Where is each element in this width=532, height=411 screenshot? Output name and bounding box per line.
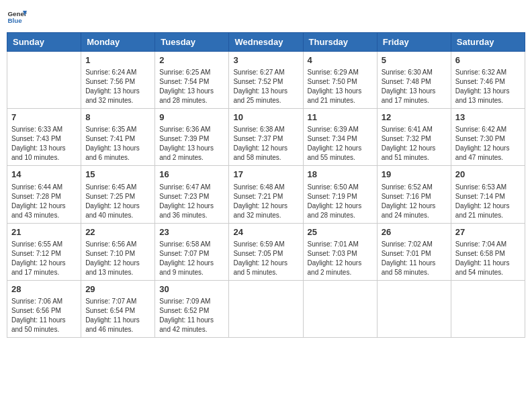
day-number: 8 (85, 111, 150, 124)
calendar-cell: 20Sunrise: 6:53 AM Sunset: 7:14 PM Dayli… (451, 166, 525, 223)
day-info: Sunrise: 6:33 AM Sunset: 7:43 PM Dayligh… (11, 125, 77, 163)
day-number: 12 (382, 111, 447, 124)
calendar-week-row: 21Sunrise: 6:55 AM Sunset: 7:12 PM Dayli… (7, 223, 525, 280)
calendar-cell: 22Sunrise: 6:56 AM Sunset: 7:10 PM Dayli… (81, 223, 155, 280)
day-info: Sunrise: 6:27 AM Sunset: 7:52 PM Dayligh… (233, 68, 298, 105)
day-info: Sunrise: 6:32 AM Sunset: 7:46 PM Dayligh… (455, 68, 521, 105)
calendar-week-row: 14Sunrise: 6:44 AM Sunset: 7:28 PM Dayli… (7, 166, 525, 223)
day-number: 7 (11, 111, 77, 124)
calendar-cell: 29Sunrise: 7:07 AM Sunset: 6:54 PM Dayli… (81, 280, 155, 337)
day-info: Sunrise: 6:44 AM Sunset: 7:28 PM Dayligh… (11, 183, 77, 220)
calendar-cell: 26Sunrise: 7:02 AM Sunset: 7:01 PM Dayli… (377, 223, 451, 280)
calendar-cell: 7Sunrise: 6:33 AM Sunset: 7:43 PM Daylig… (7, 109, 81, 166)
day-number: 6 (455, 54, 521, 66)
calendar-cell: 9Sunrise: 6:36 AM Sunset: 7:39 PM Daylig… (155, 109, 229, 166)
calendar-cell: 3Sunrise: 6:27 AM Sunset: 7:52 PM Daylig… (229, 52, 303, 109)
day-number: 2 (159, 54, 224, 66)
calendar-cell: 24Sunrise: 6:59 AM Sunset: 7:05 PM Dayli… (229, 223, 303, 280)
day-info: Sunrise: 7:07 AM Sunset: 6:54 PM Dayligh… (85, 297, 150, 334)
day-number: 4 (308, 54, 373, 66)
day-number: 23 (159, 226, 224, 238)
calendar-cell: 4Sunrise: 6:29 AM Sunset: 7:50 PM Daylig… (303, 52, 377, 109)
day-info: Sunrise: 7:02 AM Sunset: 7:01 PM Dayligh… (382, 240, 447, 277)
day-number: 19 (382, 169, 447, 181)
day-info: Sunrise: 6:42 AM Sunset: 7:30 PM Dayligh… (455, 125, 521, 163)
calendar-cell: 8Sunrise: 6:35 AM Sunset: 7:41 PM Daylig… (81, 109, 155, 166)
day-info: Sunrise: 6:25 AM Sunset: 7:54 PM Dayligh… (159, 68, 224, 105)
calendar-cell: 25Sunrise: 7:01 AM Sunset: 7:03 PM Dayli… (303, 223, 377, 280)
weekday-header-saturday: Saturday (451, 33, 525, 52)
day-number: 20 (455, 169, 521, 181)
weekday-header-sunday: Sunday (7, 33, 81, 52)
day-info: Sunrise: 7:06 AM Sunset: 6:56 PM Dayligh… (11, 297, 77, 334)
calendar-cell: 18Sunrise: 6:50 AM Sunset: 7:19 PM Dayli… (303, 166, 377, 223)
day-number: 13 (455, 111, 521, 124)
weekday-header-friday: Friday (377, 33, 451, 52)
day-info: Sunrise: 6:56 AM Sunset: 7:10 PM Dayligh… (85, 240, 150, 277)
day-number: 27 (455, 226, 521, 238)
calendar-cell: 2Sunrise: 6:25 AM Sunset: 7:54 PM Daylig… (155, 52, 229, 109)
day-info: Sunrise: 7:01 AM Sunset: 7:03 PM Dayligh… (308, 240, 373, 277)
day-info: Sunrise: 6:52 AM Sunset: 7:16 PM Dayligh… (382, 183, 447, 220)
page-header: General Blue (7, 7, 525, 27)
day-info: Sunrise: 6:36 AM Sunset: 7:39 PM Dayligh… (159, 125, 224, 163)
day-info: Sunrise: 6:35 AM Sunset: 7:41 PM Dayligh… (85, 125, 150, 163)
day-info: Sunrise: 6:55 AM Sunset: 7:12 PM Dayligh… (11, 240, 77, 277)
calendar-cell (451, 280, 525, 337)
day-number: 28 (11, 283, 77, 295)
calendar-week-row: 1Sunrise: 6:24 AM Sunset: 7:56 PM Daylig… (7, 52, 525, 109)
calendar-cell (7, 52, 81, 109)
day-number: 9 (159, 111, 224, 124)
svg-text:Blue: Blue (8, 17, 23, 24)
day-info: Sunrise: 6:38 AM Sunset: 7:37 PM Dayligh… (233, 125, 298, 163)
day-number: 15 (85, 169, 150, 181)
day-number: 16 (159, 169, 224, 181)
day-info: Sunrise: 6:39 AM Sunset: 7:34 PM Dayligh… (308, 125, 373, 163)
calendar-cell: 12Sunrise: 6:41 AM Sunset: 7:32 PM Dayli… (377, 109, 451, 166)
day-number: 11 (308, 111, 373, 124)
calendar-cell: 5Sunrise: 6:30 AM Sunset: 7:48 PM Daylig… (377, 52, 451, 109)
calendar-cell: 28Sunrise: 7:06 AM Sunset: 6:56 PM Dayli… (7, 280, 81, 337)
day-number: 10 (233, 111, 298, 124)
calendar-cell: 15Sunrise: 6:45 AM Sunset: 7:25 PM Dayli… (81, 166, 155, 223)
calendar-cell: 23Sunrise: 6:58 AM Sunset: 7:07 PM Dayli… (155, 223, 229, 280)
day-number: 3 (233, 54, 298, 66)
weekday-header-monday: Monday (81, 33, 155, 52)
calendar-cell: 11Sunrise: 6:39 AM Sunset: 7:34 PM Dayli… (303, 109, 377, 166)
day-number: 5 (382, 54, 447, 66)
calendar-cell: 19Sunrise: 6:52 AM Sunset: 7:16 PM Dayli… (377, 166, 451, 223)
calendar-cell: 14Sunrise: 6:44 AM Sunset: 7:28 PM Dayli… (7, 166, 81, 223)
calendar-cell: 17Sunrise: 6:48 AM Sunset: 7:21 PM Dayli… (229, 166, 303, 223)
day-info: Sunrise: 7:09 AM Sunset: 6:52 PM Dayligh… (159, 297, 224, 334)
calendar-cell: 1Sunrise: 6:24 AM Sunset: 7:56 PM Daylig… (81, 52, 155, 109)
weekday-header-tuesday: Tuesday (155, 33, 229, 52)
day-number: 18 (308, 169, 373, 181)
day-info: Sunrise: 7:04 AM Sunset: 6:58 PM Dayligh… (455, 240, 521, 277)
day-info: Sunrise: 6:47 AM Sunset: 7:23 PM Dayligh… (159, 183, 224, 220)
day-number: 1 (85, 54, 150, 66)
weekday-header-wednesday: Wednesday (229, 33, 303, 52)
day-info: Sunrise: 6:29 AM Sunset: 7:50 PM Dayligh… (308, 68, 373, 105)
day-info: Sunrise: 6:59 AM Sunset: 7:05 PM Dayligh… (233, 240, 298, 277)
day-info: Sunrise: 6:50 AM Sunset: 7:19 PM Dayligh… (308, 183, 373, 220)
calendar-cell: 21Sunrise: 6:55 AM Sunset: 7:12 PM Dayli… (7, 223, 81, 280)
calendar-cell: 27Sunrise: 7:04 AM Sunset: 6:58 PM Dayli… (451, 223, 525, 280)
logo-icon: General Blue (7, 7, 27, 27)
day-info: Sunrise: 6:24 AM Sunset: 7:56 PM Dayligh… (85, 68, 150, 105)
day-number: 29 (85, 283, 150, 295)
day-number: 30 (159, 283, 224, 295)
calendar-table: SundayMondayTuesdayWednesdayThursdayFrid… (7, 32, 525, 338)
calendar-cell: 10Sunrise: 6:38 AM Sunset: 7:37 PM Dayli… (229, 109, 303, 166)
day-info: Sunrise: 6:53 AM Sunset: 7:14 PM Dayligh… (455, 183, 521, 220)
calendar-cell (229, 280, 303, 337)
weekday-header-row: SundayMondayTuesdayWednesdayThursdayFrid… (7, 33, 525, 52)
calendar-week-row: 7Sunrise: 6:33 AM Sunset: 7:43 PM Daylig… (7, 109, 525, 166)
day-info: Sunrise: 6:30 AM Sunset: 7:48 PM Dayligh… (382, 68, 447, 105)
weekday-header-thursday: Thursday (303, 33, 377, 52)
calendar-cell: 6Sunrise: 6:32 AM Sunset: 7:46 PM Daylig… (451, 52, 525, 109)
day-info: Sunrise: 6:58 AM Sunset: 7:07 PM Dayligh… (159, 240, 224, 277)
day-info: Sunrise: 6:48 AM Sunset: 7:21 PM Dayligh… (233, 183, 298, 220)
day-info: Sunrise: 6:45 AM Sunset: 7:25 PM Dayligh… (85, 183, 150, 220)
calendar-cell: 30Sunrise: 7:09 AM Sunset: 6:52 PM Dayli… (155, 280, 229, 337)
day-info: Sunrise: 6:41 AM Sunset: 7:32 PM Dayligh… (382, 125, 447, 163)
